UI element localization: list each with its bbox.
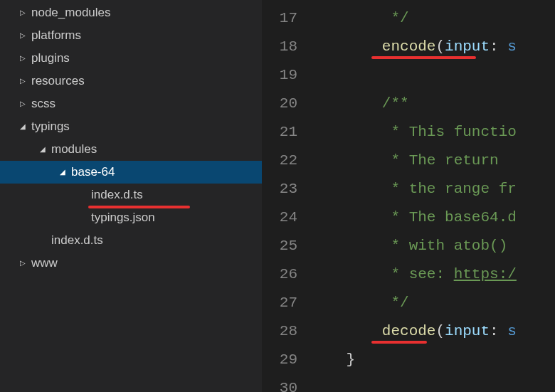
tree-folder[interactable]: ◢modules — [0, 138, 262, 161]
annotation-underline — [371, 56, 476, 59]
code-token: * the range fr — [391, 181, 516, 197]
code-token: decode — [382, 323, 436, 339]
code-token: input — [445, 323, 490, 339]
code-line[interactable]: * The base64.d — [310, 203, 517, 232]
chevron-right-icon[interactable]: ▷ — [17, 47, 28, 70]
tree-item-label: modules — [51, 138, 97, 161]
line-number-gutter: 1718192021222324252627282930 — [262, 0, 310, 392]
code-token: ( — [435, 38, 445, 55]
tree-file[interactable]: typings.json — [0, 206, 262, 229]
code-line[interactable]: decode(input: s — [310, 317, 517, 346]
tree-file[interactable]: index.d.ts — [0, 184, 262, 206]
code-token: * The return — [391, 152, 507, 169]
code-token: s — [507, 38, 517, 55]
chevron-down-icon[interactable]: ◢ — [57, 161, 68, 184]
line-number: 18 — [262, 33, 297, 61]
code-line[interactable]: * The return — [310, 147, 517, 175]
code-line[interactable] — [310, 61, 517, 90]
code-editor[interactable]: 1718192021222324252627282930 */ encode(i… — [262, 0, 555, 392]
tree-item-label: resources — [31, 70, 85, 92]
code-area[interactable]: */ encode(input: s /** * This functio * … — [310, 0, 517, 392]
code-token: ( — [435, 323, 445, 339]
line-number: 25 — [262, 232, 297, 260]
chevron-right-icon[interactable]: ▷ — [17, 70, 28, 92]
code-token: encode — [382, 38, 436, 55]
tree-item-label: typings.json — [91, 206, 155, 229]
code-token: */ — [391, 10, 408, 26]
line-number: 20 — [262, 90, 297, 118]
code-token: } — [346, 351, 355, 368]
tree-folder[interactable]: ◢base-64 — [0, 161, 262, 184]
chevron-right-icon[interactable]: ▷ — [17, 24, 28, 47]
code-token: : — [490, 38, 507, 55]
line-number: 21 — [262, 118, 297, 147]
tree-folder[interactable]: ▷www — [0, 252, 262, 275]
tree-folder[interactable]: ▷scss — [0, 92, 262, 115]
code-token: input — [445, 38, 490, 55]
line-number: 26 — [262, 260, 297, 289]
tree-item-label: index.d.ts — [91, 184, 143, 206]
code-line[interactable]: * see: https:/ — [310, 260, 517, 289]
tree-folder[interactable]: ▷node_modules — [0, 1, 262, 24]
line-number: 28 — [262, 317, 297, 346]
file-explorer: ▷node_modules▷platforms▷plugins▷resource… — [0, 0, 262, 392]
code-token: * The base64.d — [391, 209, 516, 226]
line-number: 23 — [262, 175, 297, 203]
code-line[interactable]: * the range fr — [310, 175, 517, 203]
tree-item-label: scss — [31, 92, 56, 115]
chevron-right-icon[interactable]: ▷ — [17, 92, 28, 115]
line-number: 29 — [262, 346, 297, 374]
code-token: https:/ — [454, 266, 517, 282]
tree-item-label: www — [31, 252, 58, 275]
line-number: 27 — [262, 289, 297, 317]
chevron-down-icon[interactable]: ◢ — [37, 138, 48, 161]
code-line[interactable]: */ — [310, 289, 517, 317]
code-line[interactable]: encode(input: s — [310, 33, 517, 61]
code-token: * see: — [391, 266, 453, 282]
code-token: * This functio — [391, 124, 516, 140]
code-token: * with atob() — [391, 238, 507, 254]
tree-item-label: index.d.ts — [51, 229, 103, 252]
chevron-right-icon[interactable]: ▷ — [17, 252, 28, 275]
code-token: : — [490, 323, 507, 339]
code-token: */ — [391, 295, 408, 311]
line-number: 22 — [262, 147, 297, 175]
tree-folder[interactable]: ▷platforms — [0, 24, 262, 47]
line-number: 24 — [262, 203, 297, 232]
code-line[interactable]: /** — [310, 90, 517, 118]
tree-item-label: typings — [31, 115, 70, 138]
chevron-down-icon[interactable]: ◢ — [17, 115, 28, 138]
code-line[interactable]: * This functio — [310, 118, 517, 147]
tree-item-label: base-64 — [71, 161, 115, 184]
chevron-right-icon[interactable]: ▷ — [17, 1, 28, 24]
tree-folder[interactable]: ▷resources — [0, 70, 262, 92]
code-line[interactable]: */ — [310, 4, 517, 33]
line-number: 30 — [262, 374, 297, 392]
annotation-underline — [371, 341, 426, 344]
code-token: s — [507, 323, 517, 339]
line-number: 17 — [262, 4, 297, 33]
tree-item-label: platforms — [31, 24, 81, 47]
code-line[interactable]: } — [310, 346, 517, 374]
tree-file[interactable]: index.d.ts — [0, 229, 262, 252]
code-line[interactable] — [310, 374, 517, 392]
code-line[interactable]: * with atob() — [310, 232, 517, 260]
tree-item-label: node_modules — [31, 1, 111, 24]
tree-folder[interactable]: ◢typings — [0, 115, 262, 138]
code-token: /** — [382, 95, 409, 112]
tree-item-label: plugins — [31, 47, 70, 70]
tree-folder[interactable]: ▷plugins — [0, 47, 262, 70]
line-number: 19 — [262, 61, 297, 90]
